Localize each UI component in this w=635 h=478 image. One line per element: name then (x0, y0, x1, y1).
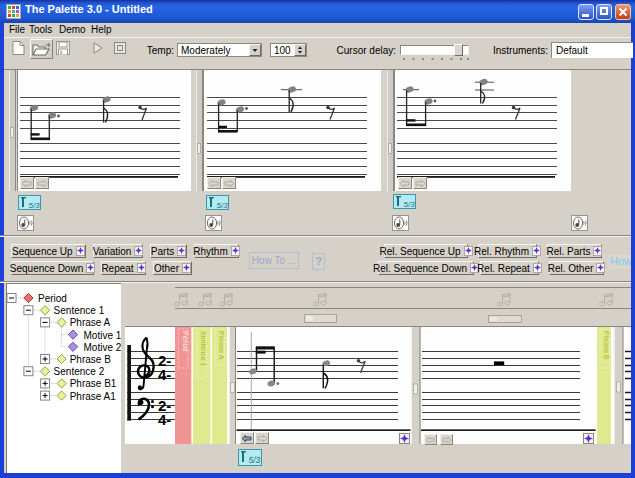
svg-text:Phrase B1: Phrase B1 (70, 378, 117, 389)
svg-text:Sentence 2: Sentence 2 (54, 366, 105, 377)
svg-text:Motive 1: Motive 1 (84, 330, 122, 341)
svg-text:4-: 4- (158, 366, 171, 383)
svg-text:Phrase A1: Phrase A1 (70, 391, 117, 402)
svg-text:5/3: 5/3 (29, 201, 41, 209)
svg-text:4-: 4- (158, 411, 171, 428)
svg-text:Sentence 1: Sentence 1 (54, 305, 105, 316)
svg-text:Phrase B: Phrase B (70, 354, 111, 365)
svg-text:Phrase A: Phrase A (218, 331, 225, 360)
svg-text:Phrase A: Phrase A (70, 317, 111, 328)
svg-text:Sentence 1: Sentence 1 (200, 331, 207, 367)
svg-text:5/3: 5/3 (404, 200, 416, 208)
svg-text:Period: Period (182, 331, 189, 351)
svg-text:5/3: 5/3 (249, 455, 261, 465)
svg-text:Period: Period (38, 293, 67, 304)
svg-text:5/3: 5/3 (217, 201, 229, 209)
svg-text:Motive 2: Motive 2 (84, 342, 122, 353)
svg-text:Phrase B: Phrase B (603, 331, 610, 360)
